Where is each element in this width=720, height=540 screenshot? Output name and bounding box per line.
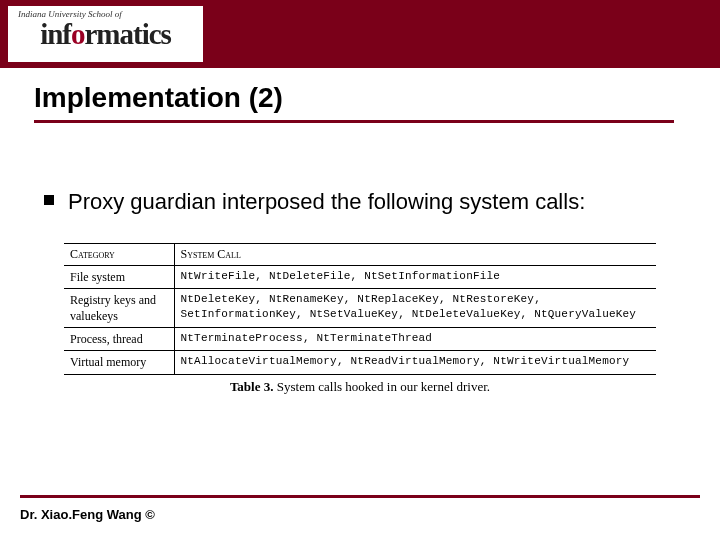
cell-category: Process, thread xyxy=(64,328,174,351)
square-bullet-icon xyxy=(44,195,54,205)
header-band: Indiana University School of informatics xyxy=(0,0,720,68)
cell-category: Registry keys and valuekeys xyxy=(64,288,174,327)
bullet-text: Proxy guardian interposed the following … xyxy=(68,187,585,217)
wordmark-part1: inf xyxy=(40,18,71,50)
footer-author: Dr. Xiao.Feng Wang © xyxy=(20,507,155,522)
bullet-item: Proxy guardian interposed the following … xyxy=(44,187,676,217)
cell-calls: NtAllocateVirtualMemory, NtReadVirtualMe… xyxy=(174,351,656,374)
table-row: File system NtWriteFile, NtDeleteFile, N… xyxy=(64,265,656,288)
cell-calls: NtDeleteKey, NtRenameKey, NtReplaceKey, … xyxy=(174,288,656,327)
institution-top-line: Indiana University School of xyxy=(18,9,122,19)
caption-text: System calls hooked in our kernel driver… xyxy=(273,379,490,394)
col-systemcall: System Call xyxy=(174,243,656,265)
cell-category: File system xyxy=(64,265,174,288)
table-row: Process, thread NtTerminateProcess, NtTe… xyxy=(64,328,656,351)
cell-calls: NtWriteFile, NtDeleteFile, NtSetInformat… xyxy=(174,265,656,288)
table-row: Registry keys and valuekeys NtDeleteKey,… xyxy=(64,288,656,327)
footer-rule xyxy=(20,495,700,498)
slide-title: Implementation (2) xyxy=(34,82,720,114)
caption-label: Table 3. xyxy=(230,379,274,394)
title-area: Implementation (2) xyxy=(0,68,720,123)
cell-category: Virtual memory xyxy=(64,351,174,374)
institution-logo: Indiana University School of informatics xyxy=(8,6,203,62)
col-category: Category xyxy=(64,243,174,265)
table-row: Virtual memory NtAllocateVirtualMemory, … xyxy=(64,351,656,374)
content-area: Proxy guardian interposed the following … xyxy=(0,123,720,395)
cell-calls: NtTerminateProcess, NtTerminateThread xyxy=(174,328,656,351)
table-header-row: Category System Call xyxy=(64,243,656,265)
wordmark-part2: rmatics xyxy=(84,18,170,50)
wordmark-dot: o xyxy=(71,18,85,50)
table-wrap: Category System Call File system NtWrite… xyxy=(64,243,656,395)
institution-wordmark: informatics xyxy=(40,20,171,49)
table-caption: Table 3. System calls hooked in our kern… xyxy=(64,379,656,395)
syscall-table: Category System Call File system NtWrite… xyxy=(64,243,656,375)
